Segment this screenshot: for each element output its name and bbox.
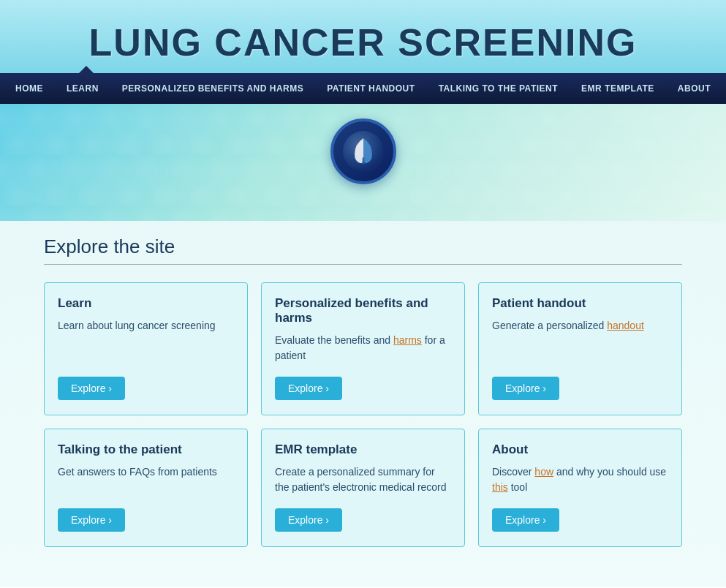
svg-rect-1: [362, 157, 364, 165]
personalized-highlight-harms: harms: [393, 334, 422, 346]
card-about-title: About: [492, 442, 668, 457]
nav-emr[interactable]: EMR TEMPLATE: [570, 73, 666, 104]
card-emr-explore-button[interactable]: Explore ›: [275, 508, 342, 532]
about-highlight-this: this: [492, 481, 508, 493]
card-personalized-description: Evaluate the benefits and harms for a pa…: [275, 333, 451, 363]
nav-personalized[interactable]: PERSONALIZED BENEFITS AND HARMS: [110, 73, 315, 104]
site-title: LUNG CANCER SCREENING: [0, 13, 726, 73]
card-talking: Talking to the patient Get answers to FA…: [44, 429, 248, 547]
site-header: LUNG CANCER SCREENING: [0, 0, 726, 73]
card-handout-explore-button[interactable]: Explore ›: [492, 377, 559, 400]
section-divider: [44, 264, 682, 265]
card-about: About Discover how and why you should us…: [478, 429, 682, 547]
lung-icon: [341, 129, 385, 173]
card-learn-description: Learn about lung cancer screening: [58, 318, 234, 363]
card-about-description: Discover how and why you should use this…: [492, 464, 668, 495]
main-nav: HOME LEARN PERSONALIZED BENEFITS AND HAR…: [0, 73, 726, 104]
explore-title: Explore the site: [44, 235, 682, 258]
card-talking-title: Talking to the patient: [58, 442, 234, 457]
main-content: Explore the site Learn Learn about lung …: [0, 221, 726, 587]
nav-about[interactable]: ABOUT: [666, 73, 722, 104]
card-talking-explore-button[interactable]: Explore ›: [58, 508, 125, 532]
card-personalized: Personalized benefits and harms Evaluate…: [261, 282, 465, 415]
cards-grid: Learn Learn about lung cancer screening …: [44, 282, 682, 547]
card-emr: EMR template Create a personalized summa…: [261, 429, 465, 547]
card-about-explore-button[interactable]: Explore ›: [492, 508, 559, 532]
nav-home[interactable]: HOME: [4, 73, 55, 104]
nav-talking[interactable]: TALKING TO THE PATIENT: [427, 73, 570, 104]
card-talking-description: Get answers to FAQs from patients: [58, 464, 234, 495]
card-learn-title: Learn: [58, 296, 234, 311]
handout-highlight: handout: [607, 320, 644, 331]
card-emr-title: EMR template: [275, 442, 451, 457]
site-logo: [330, 118, 396, 184]
card-learn: Learn Learn about lung cancer screening …: [44, 282, 248, 415]
card-handout-description: Generate a personalized handout: [492, 318, 668, 363]
card-handout-title: Patient handout: [492, 296, 668, 311]
nav-handout[interactable]: PATIENT HANDOUT: [315, 73, 426, 104]
card-learn-explore-button[interactable]: Explore ›: [58, 377, 125, 400]
hero-section: [0, 104, 726, 221]
card-handout: Patient handout Generate a personalized …: [478, 282, 682, 415]
card-personalized-explore-button[interactable]: Explore ›: [275, 377, 342, 400]
nav-arrow: [79, 66, 94, 73]
card-emr-description: Create a personalized summary for the pa…: [275, 464, 451, 495]
card-personalized-title: Personalized benefits and harms: [275, 296, 451, 325]
nav-learn[interactable]: LEARN: [55, 73, 110, 104]
about-highlight-how: how: [534, 466, 553, 478]
